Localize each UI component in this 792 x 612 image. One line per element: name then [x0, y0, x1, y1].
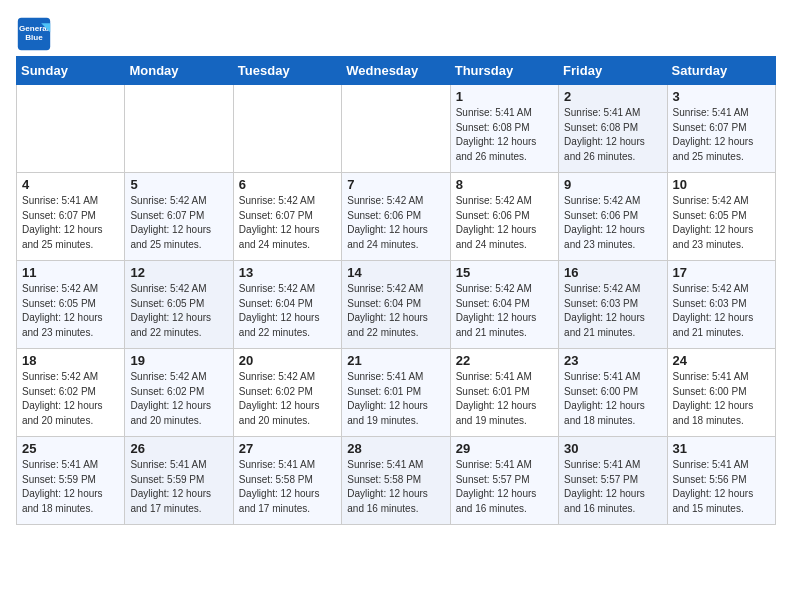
calendar-cell: 28Sunrise: 5:41 AMSunset: 5:58 PMDayligh…: [342, 437, 450, 525]
calendar-week-5: 25Sunrise: 5:41 AMSunset: 5:59 PMDayligh…: [17, 437, 776, 525]
day-info: Sunrise: 5:41 AMSunset: 5:59 PMDaylight:…: [130, 458, 227, 516]
day-number: 13: [239, 265, 336, 280]
day-info: Sunrise: 5:42 AMSunset: 6:07 PMDaylight:…: [130, 194, 227, 252]
day-number: 12: [130, 265, 227, 280]
day-number: 8: [456, 177, 553, 192]
calendar-week-2: 4Sunrise: 5:41 AMSunset: 6:07 PMDaylight…: [17, 173, 776, 261]
calendar-cell: 11Sunrise: 5:42 AMSunset: 6:05 PMDayligh…: [17, 261, 125, 349]
day-info: Sunrise: 5:41 AMSunset: 6:00 PMDaylight:…: [564, 370, 661, 428]
day-info: Sunrise: 5:41 AMSunset: 5:57 PMDaylight:…: [456, 458, 553, 516]
day-info: Sunrise: 5:41 AMSunset: 5:57 PMDaylight:…: [564, 458, 661, 516]
day-number: 26: [130, 441, 227, 456]
calendar-cell: 20Sunrise: 5:42 AMSunset: 6:02 PMDayligh…: [233, 349, 341, 437]
weekday-header-monday: Monday: [125, 57, 233, 85]
calendar-week-4: 18Sunrise: 5:42 AMSunset: 6:02 PMDayligh…: [17, 349, 776, 437]
day-number: 17: [673, 265, 770, 280]
calendar-cell: 3Sunrise: 5:41 AMSunset: 6:07 PMDaylight…: [667, 85, 775, 173]
logo-icon: General Blue: [16, 16, 52, 52]
day-info: Sunrise: 5:41 AMSunset: 5:59 PMDaylight:…: [22, 458, 119, 516]
weekday-header-saturday: Saturday: [667, 57, 775, 85]
day-number: 25: [22, 441, 119, 456]
svg-text:Blue: Blue: [25, 33, 43, 42]
calendar-week-3: 11Sunrise: 5:42 AMSunset: 6:05 PMDayligh…: [17, 261, 776, 349]
calendar-cell: [17, 85, 125, 173]
day-number: 27: [239, 441, 336, 456]
day-number: 29: [456, 441, 553, 456]
day-number: 7: [347, 177, 444, 192]
day-info: Sunrise: 5:41 AMSunset: 6:00 PMDaylight:…: [673, 370, 770, 428]
calendar-cell: 22Sunrise: 5:41 AMSunset: 6:01 PMDayligh…: [450, 349, 558, 437]
calendar-table: SundayMondayTuesdayWednesdayThursdayFrid…: [16, 56, 776, 525]
day-info: Sunrise: 5:42 AMSunset: 6:06 PMDaylight:…: [564, 194, 661, 252]
calendar-cell: [125, 85, 233, 173]
day-number: 4: [22, 177, 119, 192]
day-info: Sunrise: 5:42 AMSunset: 6:04 PMDaylight:…: [456, 282, 553, 340]
weekday-header-friday: Friday: [559, 57, 667, 85]
calendar-cell: 1Sunrise: 5:41 AMSunset: 6:08 PMDaylight…: [450, 85, 558, 173]
calendar-cell: 17Sunrise: 5:42 AMSunset: 6:03 PMDayligh…: [667, 261, 775, 349]
calendar-cell: 30Sunrise: 5:41 AMSunset: 5:57 PMDayligh…: [559, 437, 667, 525]
day-number: 28: [347, 441, 444, 456]
day-info: Sunrise: 5:41 AMSunset: 6:01 PMDaylight:…: [347, 370, 444, 428]
day-number: 14: [347, 265, 444, 280]
day-info: Sunrise: 5:42 AMSunset: 6:03 PMDaylight:…: [673, 282, 770, 340]
day-number: 20: [239, 353, 336, 368]
calendar-cell: 15Sunrise: 5:42 AMSunset: 6:04 PMDayligh…: [450, 261, 558, 349]
calendar-cell: 14Sunrise: 5:42 AMSunset: 6:04 PMDayligh…: [342, 261, 450, 349]
calendar-cell: 6Sunrise: 5:42 AMSunset: 6:07 PMDaylight…: [233, 173, 341, 261]
day-info: Sunrise: 5:41 AMSunset: 6:07 PMDaylight:…: [673, 106, 770, 164]
logo: General Blue: [16, 16, 52, 52]
day-info: Sunrise: 5:42 AMSunset: 6:05 PMDaylight:…: [130, 282, 227, 340]
day-number: 10: [673, 177, 770, 192]
day-info: Sunrise: 5:42 AMSunset: 6:04 PMDaylight:…: [239, 282, 336, 340]
calendar-cell: 31Sunrise: 5:41 AMSunset: 5:56 PMDayligh…: [667, 437, 775, 525]
day-info: Sunrise: 5:42 AMSunset: 6:05 PMDaylight:…: [673, 194, 770, 252]
day-info: Sunrise: 5:42 AMSunset: 6:05 PMDaylight:…: [22, 282, 119, 340]
day-number: 21: [347, 353, 444, 368]
day-info: Sunrise: 5:42 AMSunset: 6:07 PMDaylight:…: [239, 194, 336, 252]
day-number: 19: [130, 353, 227, 368]
day-number: 5: [130, 177, 227, 192]
calendar-cell: 24Sunrise: 5:41 AMSunset: 6:00 PMDayligh…: [667, 349, 775, 437]
calendar-cell: 5Sunrise: 5:42 AMSunset: 6:07 PMDaylight…: [125, 173, 233, 261]
day-number: 16: [564, 265, 661, 280]
calendar-cell: 12Sunrise: 5:42 AMSunset: 6:05 PMDayligh…: [125, 261, 233, 349]
calendar-cell: 26Sunrise: 5:41 AMSunset: 5:59 PMDayligh…: [125, 437, 233, 525]
weekday-header-sunday: Sunday: [17, 57, 125, 85]
calendar-cell: 27Sunrise: 5:41 AMSunset: 5:58 PMDayligh…: [233, 437, 341, 525]
calendar-cell: [233, 85, 341, 173]
day-info: Sunrise: 5:41 AMSunset: 6:01 PMDaylight:…: [456, 370, 553, 428]
day-info: Sunrise: 5:42 AMSunset: 6:06 PMDaylight:…: [456, 194, 553, 252]
day-info: Sunrise: 5:41 AMSunset: 6:08 PMDaylight:…: [564, 106, 661, 164]
weekday-header-thursday: Thursday: [450, 57, 558, 85]
calendar-cell: [342, 85, 450, 173]
day-info: Sunrise: 5:41 AMSunset: 5:58 PMDaylight:…: [239, 458, 336, 516]
calendar-cell: 10Sunrise: 5:42 AMSunset: 6:05 PMDayligh…: [667, 173, 775, 261]
day-info: Sunrise: 5:42 AMSunset: 6:02 PMDaylight:…: [130, 370, 227, 428]
calendar-cell: 8Sunrise: 5:42 AMSunset: 6:06 PMDaylight…: [450, 173, 558, 261]
day-number: 22: [456, 353, 553, 368]
day-number: 11: [22, 265, 119, 280]
day-number: 24: [673, 353, 770, 368]
calendar-cell: 19Sunrise: 5:42 AMSunset: 6:02 PMDayligh…: [125, 349, 233, 437]
day-number: 9: [564, 177, 661, 192]
calendar-week-1: 1Sunrise: 5:41 AMSunset: 6:08 PMDaylight…: [17, 85, 776, 173]
day-number: 15: [456, 265, 553, 280]
calendar-cell: 16Sunrise: 5:42 AMSunset: 6:03 PMDayligh…: [559, 261, 667, 349]
day-number: 23: [564, 353, 661, 368]
day-number: 2: [564, 89, 661, 104]
calendar-cell: 21Sunrise: 5:41 AMSunset: 6:01 PMDayligh…: [342, 349, 450, 437]
day-info: Sunrise: 5:42 AMSunset: 6:02 PMDaylight:…: [239, 370, 336, 428]
day-info: Sunrise: 5:41 AMSunset: 5:56 PMDaylight:…: [673, 458, 770, 516]
day-info: Sunrise: 5:41 AMSunset: 5:58 PMDaylight:…: [347, 458, 444, 516]
page-header: General Blue: [16, 16, 776, 52]
calendar-cell: 2Sunrise: 5:41 AMSunset: 6:08 PMDaylight…: [559, 85, 667, 173]
calendar-cell: 25Sunrise: 5:41 AMSunset: 5:59 PMDayligh…: [17, 437, 125, 525]
calendar-cell: 7Sunrise: 5:42 AMSunset: 6:06 PMDaylight…: [342, 173, 450, 261]
weekday-header-row: SundayMondayTuesdayWednesdayThursdayFrid…: [17, 57, 776, 85]
day-info: Sunrise: 5:42 AMSunset: 6:02 PMDaylight:…: [22, 370, 119, 428]
calendar-cell: 29Sunrise: 5:41 AMSunset: 5:57 PMDayligh…: [450, 437, 558, 525]
day-info: Sunrise: 5:41 AMSunset: 6:08 PMDaylight:…: [456, 106, 553, 164]
day-number: 3: [673, 89, 770, 104]
calendar-cell: 9Sunrise: 5:42 AMSunset: 6:06 PMDaylight…: [559, 173, 667, 261]
